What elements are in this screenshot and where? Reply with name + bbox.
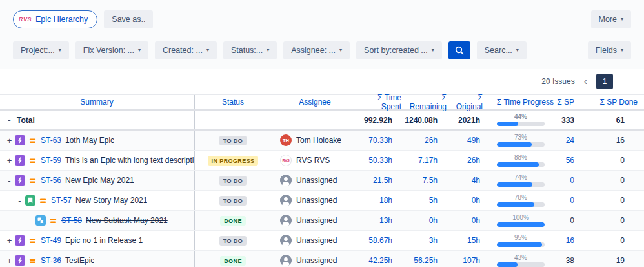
subtask-icon — [35, 215, 46, 226]
filter-assignee-label: Assignee: ... — [291, 46, 336, 55]
time-original-link[interactable]: 0h — [472, 216, 480, 225]
search-dropdown[interactable]: Searc... ▾ — [477, 41, 527, 59]
table-row[interactable]: ST-58 New Subtask May 2021 DONE Unassign… — [0, 211, 644, 231]
progress-bar — [497, 202, 545, 207]
time-progress-cell: 88% — [485, 151, 556, 170]
total-collapse-toggle[interactable]: - — [5, 115, 14, 125]
expand-toggle[interactable]: + — [5, 156, 14, 166]
progress-bar — [497, 142, 545, 147]
table-row[interactable]: - ST-57 New Story May 2021 TO DO Unassig… — [0, 191, 644, 211]
column-header-time-progress[interactable]: Σ Time Progress — [485, 95, 556, 109]
issue-key-link[interactable]: ST-58 — [61, 216, 82, 225]
progress-percent: 78% — [514, 195, 527, 201]
story-points[interactable]: 0 — [570, 196, 574, 205]
expand-toggle[interactable]: + — [5, 236, 14, 246]
search-button[interactable] — [448, 41, 470, 59]
table-row[interactable]: - ST-56 New Epic May 2021 TO DO Unassign… — [0, 171, 644, 191]
table-row[interactable]: + ST-36 TestEpic DONE Unassigned 42 — [0, 251, 644, 267]
table-row[interactable]: + ST-63 1oth May Epic TO DO TH Tom Holoa… — [0, 131, 644, 151]
issue-summary: New Subtask May 2021 — [86, 216, 168, 225]
page-1-button[interactable]: 1 — [596, 74, 613, 89]
expand-toggle[interactable]: + — [5, 256, 14, 266]
column-header-sp-done[interactable]: Σ SP Done — [582, 98, 644, 107]
time-progress-cell: 43% — [485, 251, 556, 267]
time-remaining-link[interactable]: 7.5h — [423, 176, 438, 185]
epic-hierarchy-button[interactable]: RVS Epic Hierarchy — [13, 10, 97, 28]
story-points[interactable]: 16 — [566, 236, 574, 245]
assignee-avatar: RVS — [280, 155, 292, 166]
time-remaining-link[interactable]: 7.17h — [418, 156, 438, 165]
column-header-summary[interactable]: Summary — [0, 95, 195, 109]
time-spent-link[interactable]: 21.5h — [373, 176, 392, 185]
chevron-down-icon: ▾ — [267, 48, 269, 53]
filter-assignee[interactable]: Assignee: ... ▾ — [283, 41, 350, 59]
issue-key-link[interactable]: ST-57 — [51, 196, 72, 205]
time-remaining-link[interactable]: 0h — [429, 216, 438, 225]
expand-toggle[interactable]: - — [15, 196, 24, 206]
story-icon — [25, 195, 35, 206]
expand-toggle[interactable]: + — [5, 136, 14, 145]
filter-sort-by[interactable]: Sort by:created ... ▾ — [356, 41, 442, 59]
issue-key-link[interactable]: ST-36 — [41, 256, 61, 265]
issue-key-link[interactable]: ST-56 — [41, 176, 61, 185]
column-header-assignee[interactable]: Assignee — [271, 95, 359, 109]
time-original-link[interactable]: 0h — [472, 196, 480, 205]
assignee-avatar: TH — [280, 134, 292, 146]
fields-button[interactable]: Fields ▾ — [588, 41, 631, 59]
progress-percent: 74% — [514, 175, 527, 181]
time-original-link[interactable]: 4h — [472, 176, 480, 185]
status-badge: DONE — [220, 256, 246, 266]
previous-page-button[interactable]: ‹ — [583, 76, 589, 87]
story-points[interactable]: 24 — [566, 136, 574, 145]
table-row[interactable]: + ST-59 This is an Epic with long text d… — [0, 151, 644, 171]
total-sp-done: 61 — [616, 116, 625, 125]
column-header-sp[interactable]: Σ SP — [556, 98, 582, 107]
priority-medium-icon — [28, 176, 37, 185]
time-remaining-link[interactable]: 5h — [429, 196, 438, 205]
avatar-initials: RVS — [282, 158, 289, 162]
time-remaining-link[interactable]: 56.25h — [414, 256, 438, 265]
filter-fix-version[interactable]: Fix Version: ... ▾ — [75, 41, 148, 59]
assignee-avatar — [280, 175, 292, 186]
story-points[interactable]: 56 — [566, 156, 574, 165]
story-points[interactable]: 0 — [570, 216, 574, 225]
issue-key-link[interactable]: ST-59 — [41, 156, 61, 165]
table-header-row: Summary Status Assignee Σ Time Spent Σ R… — [0, 94, 644, 111]
filter-project[interactable]: Project:... ▾ — [13, 41, 69, 59]
progress-percent: 95% — [514, 235, 527, 241]
time-original-link[interactable]: 49h — [467, 136, 480, 145]
time-spent-link[interactable]: 18h — [379, 196, 392, 205]
filter-created[interactable]: Created: ... ▾ — [155, 41, 217, 59]
assignee-name: RVS RVS — [296, 156, 330, 165]
time-original-link[interactable]: 15h — [467, 236, 480, 245]
story-points[interactable]: 0 — [570, 176, 574, 185]
time-spent-link[interactable]: 70.33h — [368, 136, 392, 145]
time-spent-link[interactable]: 42.25h — [368, 256, 392, 265]
issue-key-link[interactable]: ST-49 — [41, 236, 61, 245]
column-header-status[interactable]: Status — [195, 95, 271, 109]
priority-medium-icon — [49, 217, 57, 225]
time-original-link[interactable]: 26h — [467, 156, 480, 165]
time-spent-link[interactable]: 50.33h — [368, 156, 392, 165]
time-spent-link[interactable]: 58.67h — [368, 236, 392, 245]
save-as-button[interactable]: Save as.. — [104, 10, 153, 28]
story-points[interactable]: 38 — [566, 256, 574, 265]
fields-label: Fields — [596, 46, 617, 55]
assignee-name: Unassigned — [296, 216, 337, 225]
time-spent-link[interactable]: 13h — [379, 216, 392, 225]
filter-status[interactable]: Status:... ▾ — [223, 41, 277, 59]
time-original-link[interactable]: 107h — [463, 256, 480, 265]
table-row[interactable]: + ST-49 Epic no 1 in Release 1 TO DO Una… — [0, 231, 644, 251]
issue-key-link[interactable]: ST-63 — [41, 136, 61, 145]
column-header-time-spent[interactable]: Σ Time Spent — [359, 93, 404, 111]
unassigned-avatar-icon — [280, 235, 292, 246]
progress-bar — [497, 222, 545, 227]
issues-count: 20 Issues — [541, 77, 574, 86]
expand-toggle[interactable]: - — [5, 176, 14, 186]
column-header-original[interactable]: Σ Original — [449, 93, 485, 111]
progress-percent: 73% — [514, 134, 527, 141]
more-button[interactable]: More ▾ — [591, 10, 632, 28]
time-remaining-link[interactable]: 26h — [425, 136, 438, 145]
column-header-remaining[interactable]: Σ Remaining — [404, 93, 449, 111]
time-remaining-link[interactable]: 3h — [429, 236, 438, 245]
